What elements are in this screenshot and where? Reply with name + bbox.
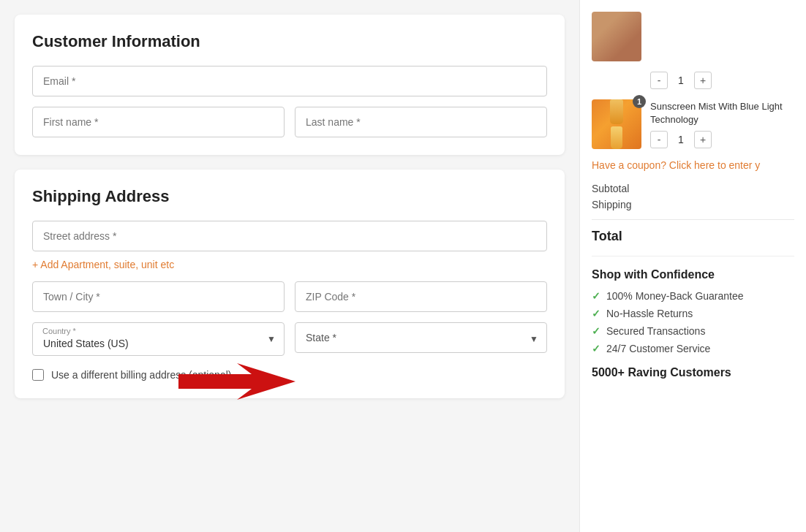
product-2-qty-controls: - 1 + bbox=[650, 131, 794, 148]
confidence-label-3: 24/7 Customer Service bbox=[606, 343, 710, 354]
check-icon-0: ✓ bbox=[592, 290, 600, 302]
confidence-item-3: ✓ 24/7 Customer Service bbox=[592, 343, 794, 354]
product-2-name: Sunscreen Mist With Blue Light Technolog… bbox=[650, 100, 794, 126]
product-image-wrapper-2: 1 bbox=[592, 99, 641, 149]
billing-checkbox-row: Use a different billing address (optiona… bbox=[32, 369, 547, 381]
confidence-item-0: ✓ 100% Money-Back Guarantee bbox=[592, 290, 794, 302]
zip-code-input[interactable] bbox=[295, 281, 547, 312]
tube2-icon bbox=[611, 126, 622, 149]
add-apartment-link[interactable]: + Add Apartment, suite, unit etc bbox=[32, 259, 174, 270]
subtotal-row: Subtotal bbox=[592, 183, 794, 194]
name-row bbox=[32, 107, 547, 137]
product-2-qty-value: 1 bbox=[674, 134, 688, 145]
product-2-badge: 1 bbox=[633, 95, 646, 108]
state-select[interactable]: State * bbox=[295, 322, 547, 353]
last-name-input[interactable] bbox=[295, 107, 547, 137]
country-label: Country * bbox=[42, 327, 76, 335]
town-city-input[interactable] bbox=[32, 281, 285, 312]
product-1-qty-controls: - 1 + bbox=[592, 72, 794, 89]
confidence-item-1: ✓ No-Hassle Returns bbox=[592, 308, 794, 319]
confidence-title: Shop with Confidence bbox=[592, 268, 794, 281]
summary-divider bbox=[592, 219, 794, 220]
street-group bbox=[32, 221, 547, 251]
confidence-label-0: 100% Money-Back Guarantee bbox=[606, 290, 744, 302]
check-icon-3: ✓ bbox=[592, 343, 600, 354]
country-state-row: Country * United States (US) ▼ State * ▼ bbox=[32, 322, 547, 356]
check-icon-2: ✓ bbox=[592, 325, 600, 337]
shipping-address-section: Shipping Address + Add Apartment, suite,… bbox=[15, 170, 565, 398]
customer-info-title: Customer Information bbox=[32, 32, 547, 51]
confidence-label-2: Secured Transactions bbox=[606, 325, 705, 337]
product-row-2: 1 Sunscreen Mist With Blue Light Technol… bbox=[592, 99, 794, 149]
product-2-decrease-button[interactable]: - bbox=[650, 131, 668, 148]
product-image-1 bbox=[592, 12, 641, 61]
confidence-section: Shop with Confidence ✓ 100% Money-Back G… bbox=[592, 256, 794, 354]
right-panel: - 1 + 1 Sunscreen Mist With Blue Light T… bbox=[579, 0, 806, 532]
country-wrapper: Country * United States (US) ▼ bbox=[32, 322, 285, 356]
product-2-info: Sunscreen Mist With Blue Light Technolog… bbox=[650, 100, 794, 148]
shipping-row: Shipping bbox=[592, 199, 794, 210]
city-zip-row bbox=[32, 281, 547, 312]
raving-customers-label: 5000+ Raving Customers bbox=[592, 366, 794, 379]
coupon-link[interactable]: Have a coupon? Click here to enter y bbox=[592, 159, 794, 171]
shipping-label: Shipping bbox=[592, 199, 632, 210]
product-1-qty-value: 1 bbox=[674, 75, 688, 86]
total-label: Total bbox=[592, 229, 622, 244]
check-icon-1: ✓ bbox=[592, 308, 600, 319]
product-2-increase-button[interactable]: + bbox=[694, 131, 712, 148]
total-row: Total bbox=[592, 229, 794, 244]
customer-info-section: Customer Information bbox=[15, 15, 565, 155]
state-wrapper: State * ▼ bbox=[295, 322, 547, 356]
shipping-title: Shipping Address bbox=[32, 187, 547, 206]
first-name-input[interactable] bbox=[32, 107, 285, 137]
svg-marker-0 bbox=[178, 363, 295, 400]
product-image-wrapper-1 bbox=[592, 12, 641, 61]
billing-checkbox[interactable] bbox=[32, 369, 44, 381]
street-address-input[interactable] bbox=[32, 221, 547, 251]
email-input[interactable] bbox=[32, 66, 547, 96]
confidence-item-2: ✓ Secured Transactions bbox=[592, 325, 794, 337]
product-row-1 bbox=[592, 12, 794, 61]
tube-icon bbox=[610, 99, 623, 124]
product-1-increase-button[interactable]: + bbox=[694, 72, 712, 89]
product-image-2 bbox=[592, 99, 641, 149]
red-arrow-indicator bbox=[178, 363, 295, 400]
subtotal-label: Subtotal bbox=[592, 183, 629, 194]
product-1-decrease-button[interactable]: - bbox=[650, 72, 668, 89]
confidence-label-1: No-Hassle Returns bbox=[606, 308, 693, 319]
